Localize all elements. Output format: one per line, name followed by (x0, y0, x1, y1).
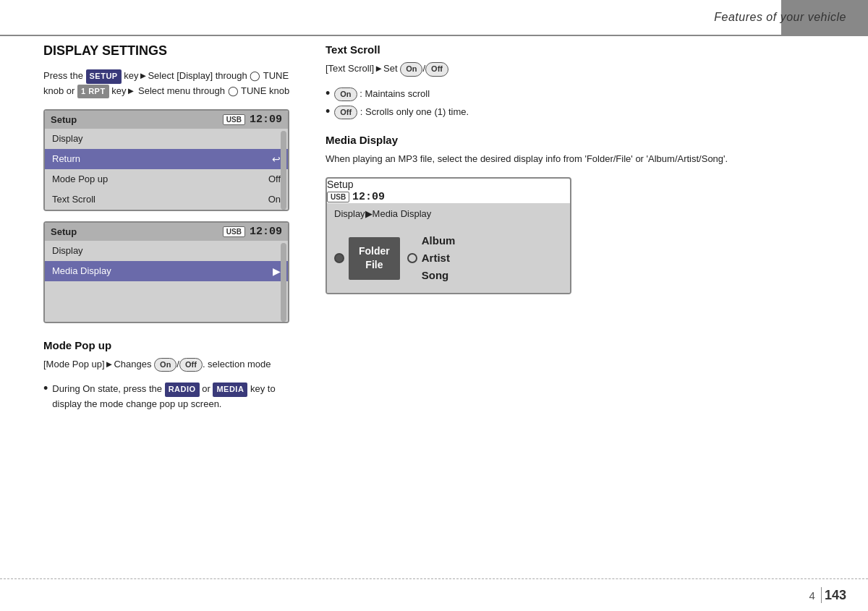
screen2-row-empty1 (45, 281, 288, 302)
media-screen-time: 12:09 (352, 191, 385, 203)
media-display-screen: Setup USB 12:09 Display▶Media Display Fo… (326, 177, 571, 294)
text-scroll-section: Text Scroll [Text Scroll]►Set On/Off • O… (326, 43, 846, 119)
media-key-badge: MEDIA (213, 383, 247, 397)
section-title: DISPLAY SETTINGS (43, 43, 304, 59)
ts-off-pill: Off (425, 62, 448, 77)
screen2-media-arrow: ▶ (273, 265, 281, 277)
chapter-number: 4 (809, 589, 815, 602)
media-screen-sub-label-row: Display▶Media Display FolderFile AlbumAr… (327, 203, 570, 293)
ts-off-pill2: Off (334, 106, 357, 120)
right-column: Text Scroll [Text Scroll]►Set On/Off • O… (326, 43, 846, 294)
left-column: DISPLAY SETTINGS Press the SETUP key►Sel… (43, 43, 304, 419)
screen2-row-media: Media Display ▶ (45, 261, 288, 281)
page-header: Features of your vehicle (0, 0, 868, 36)
page-title: Features of your vehicle (714, 11, 846, 23)
mode-popup-bullet1: • During On state, press the RADIO or ME… (43, 382, 304, 412)
page-num: 143 (825, 588, 846, 603)
album-artist-song: AlbumArtistSong (422, 232, 456, 284)
page-number: 4 143 (809, 587, 846, 603)
screen2-header: Setup USB 12:09 (45, 223, 288, 241)
screen2-display-label: Display (52, 245, 281, 256)
screen1: Setup USB 12:09 Display Return ↩ Mode Po… (43, 109, 289, 211)
screen2-title: Setup (51, 226, 77, 237)
screen1-scrollbar (281, 131, 286, 210)
rpt-key-badge: 1 RPT (77, 85, 109, 99)
media-screen-right-info: USB 12:09 (327, 190, 570, 203)
screen2-usb: USB (223, 226, 245, 237)
media-screen-options: FolderFile AlbumArtistSong (327, 223, 570, 293)
ts-on-pill2: On (334, 87, 357, 102)
screen1-header: Setup USB 12:09 (45, 111, 288, 129)
setup-key-badge: SETUP (86, 69, 122, 84)
radio-empty-indicator (407, 253, 417, 263)
text-scroll-instruction: [Text Scroll]►Set On/Off (326, 61, 846, 77)
screen1-mode-label: Mode Pop up (52, 174, 268, 184)
radio-key-badge: RADIO (165, 383, 200, 397)
screen1-row-display: Display (45, 129, 288, 149)
folder-file-box: FolderFile (349, 237, 400, 280)
mode-popup-section: Mode Pop up [Mode Pop up]►Changes On/Off… (43, 339, 304, 412)
bullet-dot1: • (43, 382, 48, 396)
mode-on-pill: On (154, 358, 176, 372)
text-scroll-heading: Text Scroll (326, 43, 846, 56)
intro-text: Press the SETUP key►Select [Display] thr… (43, 69, 304, 99)
text-scroll-bullets: • On : Maintains scroll • Off : Scrolls … (326, 87, 846, 120)
screen1-body: Display Return ↩ Mode Pop up Off Text Sc… (45, 129, 288, 210)
media-display-heading: Media Display (326, 134, 846, 146)
media-display-body: When playing an MP3 file, select the des… (326, 152, 846, 167)
screen1-scroll-value: On (268, 194, 281, 205)
screen2-row-display: Display (45, 241, 288, 261)
screen1-return-icon: ↩ (272, 153, 281, 165)
media-screen-sublabel: Display▶Media Display (327, 203, 570, 223)
screen2-right-info: USB 12:09 (223, 226, 282, 238)
ts-on-pill: On (400, 62, 422, 77)
media-screen-usb: USB (327, 192, 349, 202)
ts-off-text: Off : Scrolls only one (1) time. (334, 105, 469, 120)
main-content: DISPLAY SETTINGS Press the SETUP key►Sel… (43, 43, 846, 571)
screen2-media-label: Media Display (52, 265, 270, 276)
media-screen-header: Setup USB 12:09 (327, 179, 570, 203)
ts-bullet-dot2: • (326, 105, 330, 119)
screen1-row-return: Return ↩ (45, 149, 288, 169)
screen1-usb: USB (223, 114, 245, 125)
mode-popup-bullets: • During On state, press the RADIO or ME… (43, 382, 304, 412)
screen1-right-info: USB 12:09 (223, 114, 282, 126)
screen2-scrollbar (281, 243, 286, 322)
screen1-mode-value: Off (268, 174, 281, 184)
ts-bullet-dot1: • (326, 87, 330, 101)
screen1-row-scroll: Text Scroll On (45, 189, 288, 210)
ts-on-text: On : Maintains scroll (334, 87, 430, 102)
ts-bullet-off: • Off : Scrolls only one (1) time. (326, 105, 846, 120)
page-divider (821, 587, 822, 603)
screen1-scroll-label: Text Scroll (52, 194, 268, 205)
screen1-return-label: Return (52, 153, 269, 164)
media-sublabel-text: Display▶Media Display (334, 208, 431, 219)
screen1-row-mode: Mode Pop up Off (45, 169, 288, 189)
radio-filled-indicator (334, 253, 344, 263)
mode-off-pill: Off (179, 358, 203, 372)
screen2-body: Display Media Display ▶ (45, 241, 288, 322)
page-footer: 4 143 (0, 578, 868, 611)
screen1-display-label: Display (52, 133, 281, 144)
header-title-wrap: Features of your vehicle (714, 11, 846, 24)
mode-popup-heading: Mode Pop up (43, 339, 304, 351)
ts-bullet-on: • On : Maintains scroll (326, 87, 846, 102)
media-display-section: Media Display When playing an MP3 file, … (326, 134, 846, 294)
media-screen-title: Setup (327, 179, 354, 190)
screen2-time: 12:09 (250, 226, 282, 238)
bullet1-text: During On state, press the RADIO or MEDI… (52, 382, 304, 412)
mode-popup-instruction: [Mode Pop up]►Changes On/Off. selection … (43, 357, 304, 372)
screen1-time: 12:09 (250, 114, 282, 126)
screen2-row-empty2 (45, 302, 288, 322)
screen2: Setup USB 12:09 Display Media Display ▶ (43, 221, 289, 323)
screen1-title: Setup (51, 114, 77, 125)
